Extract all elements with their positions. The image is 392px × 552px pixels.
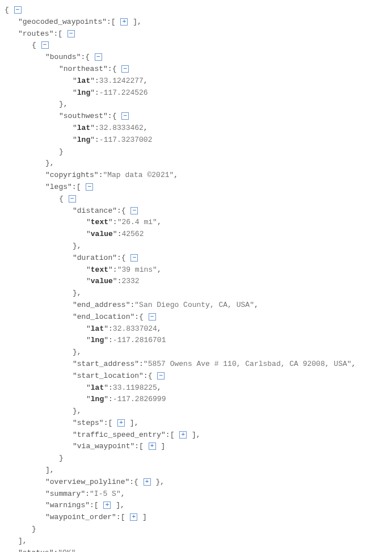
- json-line: },: [5, 158, 387, 170]
- collapse-icon[interactable]: [121, 65, 129, 73]
- json-line: "legs":[: [5, 182, 387, 193]
- json-line: "value":2332: [5, 276, 387, 288]
- collapse-icon[interactable]: [14, 6, 22, 14]
- expand-icon[interactable]: [149, 443, 156, 450]
- json-line: },: [5, 241, 387, 252]
- json-line: }: [5, 524, 387, 536]
- json-line: "routes":[: [5, 28, 387, 40]
- json-line: "text":"39 mins",: [5, 264, 387, 276]
- expand-icon[interactable]: [103, 502, 111, 509]
- json-line: "overview_polyline":{ },: [5, 477, 387, 488]
- collapse-icon[interactable]: [69, 195, 76, 203]
- json-line: "via_waypoint":[ ]: [5, 441, 387, 453]
- collapse-icon[interactable]: [68, 30, 75, 37]
- json-line: "waypoint_order":[ ]: [5, 512, 387, 524]
- json-line: },: [5, 406, 387, 418]
- json-line: "lng":-117.2816701: [5, 335, 387, 347]
- collapse-icon[interactable]: [130, 207, 138, 214]
- json-line: "lat":33.1242277,: [5, 75, 387, 87]
- json-line: {: [5, 40, 387, 52]
- collapse-icon[interactable]: [157, 372, 165, 380]
- json-line: },: [5, 288, 387, 300]
- json-line: },: [5, 99, 387, 111]
- collapse-icon[interactable]: [149, 313, 156, 321]
- json-line: {: [5, 5, 387, 16]
- json-line: "summary":"I-5 S",: [5, 488, 387, 500]
- json-line: }: [5, 146, 387, 158]
- collapse-icon[interactable]: [95, 53, 102, 61]
- json-line: "bounds":{: [5, 52, 387, 64]
- collapse-icon[interactable]: [130, 254, 138, 262]
- json-line: "copyrights":"Map data ©2021",: [5, 170, 387, 182]
- collapse-icon[interactable]: [86, 183, 93, 191]
- json-line: "end_address":"San Diego County, CA, USA…: [5, 300, 387, 311]
- json-line: "steps":[ ],: [5, 418, 387, 429]
- json-line: "text":"26.4 mi",: [5, 217, 387, 229]
- json-line: "end_location":{: [5, 311, 387, 323]
- json-line: ],: [5, 536, 387, 547]
- json-line: "traffic_speed_entry":[ ],: [5, 429, 387, 441]
- json-line: ],: [5, 465, 387, 477]
- expand-icon[interactable]: [130, 513, 137, 521]
- json-line: "lat":32.8333462,: [5, 123, 387, 134]
- json-line: "start_address":"5857 Owens Ave # 110, C…: [5, 359, 387, 370]
- json-line: "geocoded_waypoints":[ ],: [5, 16, 387, 28]
- expand-icon[interactable]: [120, 18, 128, 26]
- collapse-icon[interactable]: [41, 41, 49, 49]
- expand-icon[interactable]: [179, 431, 187, 439]
- json-line: "lng":-117.2826999: [5, 394, 387, 406]
- json-line: "distance":{: [5, 205, 387, 217]
- expand-icon[interactable]: [144, 478, 151, 486]
- json-line: "duration":{: [5, 252, 387, 264]
- json-line: "lat":32.8337024,: [5, 323, 387, 335]
- json-line: "northeast":{: [5, 64, 387, 75]
- json-line: "lng":-117.224526: [5, 87, 387, 99]
- json-line: {: [5, 193, 387, 205]
- json-line: "status":"OK": [5, 547, 387, 552]
- json-line: "southwest":{: [5, 111, 387, 123]
- json-line: }: [5, 453, 387, 465]
- json-line: },: [5, 347, 387, 359]
- json-line: "start_location":{: [5, 370, 387, 382]
- expand-icon[interactable]: [117, 419, 125, 427]
- json-line: "warnings":[ ],: [5, 500, 387, 512]
- json-line: "lng":-117.3237002: [5, 134, 387, 146]
- collapse-icon[interactable]: [121, 112, 129, 120]
- json-line: "lat":33.1198225,: [5, 382, 387, 394]
- json-line: "value":42562: [5, 229, 387, 241]
